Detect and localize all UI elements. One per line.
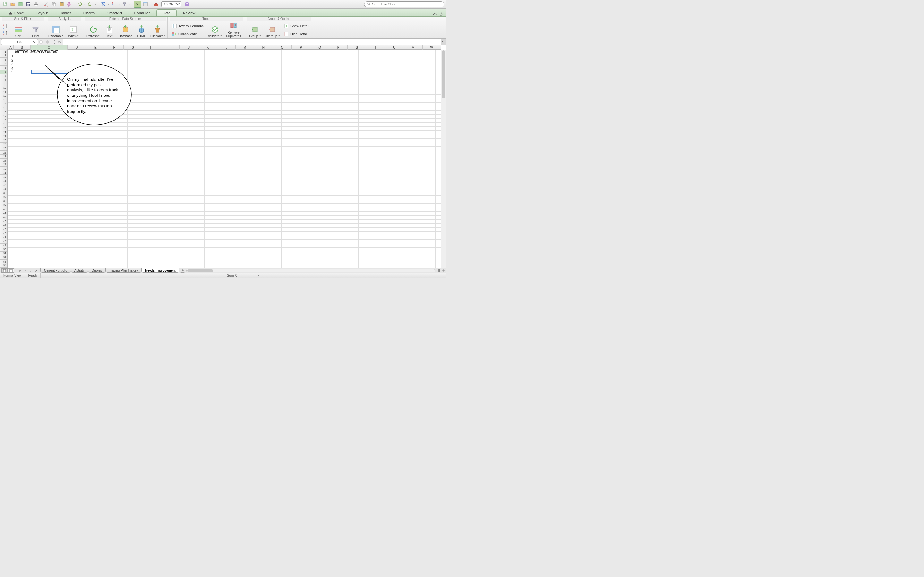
column-header-I[interactable]: I xyxy=(161,45,180,50)
copy-icon[interactable] xyxy=(50,1,58,8)
row-header-52[interactable]: 52 xyxy=(0,255,7,259)
undo-icon[interactable] xyxy=(76,1,83,8)
import-filemaker-button[interactable]: FileMaker xyxy=(150,21,166,38)
row-header-24[interactable]: 24 xyxy=(0,143,7,147)
cell-heading[interactable]: NEEDS IMPROVEMENT xyxy=(14,50,59,54)
filter-toolbar-icon[interactable] xyxy=(121,1,128,8)
column-header-O[interactable]: O xyxy=(273,45,292,50)
column-header-G[interactable]: G xyxy=(124,45,142,50)
fill-handle[interactable] xyxy=(68,73,69,74)
column-header-S[interactable]: S xyxy=(348,45,367,50)
row-header-48[interactable]: 48 xyxy=(0,239,7,243)
column-header-V[interactable]: V xyxy=(404,45,423,50)
cut-icon[interactable] xyxy=(42,1,50,8)
consolidate-button[interactable]: Consolidate xyxy=(170,30,206,38)
cell-a3[interactable]: 2 xyxy=(8,58,14,62)
text-to-columns-button[interactable]: Text to Columns xyxy=(170,22,206,30)
column-header-K[interactable]: K xyxy=(198,45,217,50)
format-painter-icon[interactable] xyxy=(65,1,73,8)
spreadsheet-area[interactable]: ABCDEFGHIJKLMNOPQRSTUVW 1234567891011121… xyxy=(0,45,446,268)
row-header-32[interactable]: 32 xyxy=(0,175,7,179)
row-header-11[interactable]: 11 xyxy=(0,90,7,94)
sort-desc-icon[interactable]: ZA xyxy=(2,30,9,37)
group-button[interactable]: Group xyxy=(247,21,263,38)
row-header-50[interactable]: 50 xyxy=(0,247,7,251)
import-html-button[interactable]: HTML xyxy=(135,21,148,38)
column-header-B[interactable]: B xyxy=(14,45,31,50)
add-sheet-button[interactable] xyxy=(180,268,185,273)
row-header-19[interactable]: 19 xyxy=(0,122,7,127)
row-header-22[interactable]: 22 xyxy=(0,134,7,139)
undo-dropdown[interactable] xyxy=(83,3,86,5)
row-header-3[interactable]: 3 xyxy=(0,58,7,62)
column-header-A[interactable]: A xyxy=(7,45,13,50)
name-box[interactable]: C6 xyxy=(1,39,38,45)
row-header-13[interactable]: 13 xyxy=(0,98,7,102)
view-equalize-icon[interactable] xyxy=(441,268,446,273)
import-database-button[interactable]: Database xyxy=(118,21,134,38)
column-header-H[interactable]: H xyxy=(142,45,161,50)
row-header-7[interactable]: 7 xyxy=(0,74,7,78)
row-header-42[interactable]: 42 xyxy=(0,215,7,219)
ungroup-button[interactable]: Ungroup xyxy=(264,21,280,38)
cell-a6[interactable]: 5 xyxy=(8,70,14,74)
sort-asc-icon[interactable]: AZ xyxy=(2,23,9,30)
row-header-35[interactable]: 35 xyxy=(0,187,7,191)
column-header-Q[interactable]: Q xyxy=(310,45,329,50)
column-header-U[interactable]: U xyxy=(385,45,404,50)
row-header-6[interactable]: 6 xyxy=(0,70,7,74)
row-header-34[interactable]: 34 xyxy=(0,183,7,187)
row-header-30[interactable]: 30 xyxy=(0,167,7,171)
row-header-1[interactable]: 1 xyxy=(0,50,7,54)
row-header-51[interactable]: 51 xyxy=(0,251,7,256)
search-input[interactable] xyxy=(372,2,441,6)
redo-icon[interactable] xyxy=(86,1,94,8)
row-header-25[interactable]: 25 xyxy=(0,147,7,151)
normal-view-icon[interactable] xyxy=(1,268,8,273)
vertical-scrollbar[interactable] xyxy=(441,50,446,268)
row-header-12[interactable]: 12 xyxy=(0,94,7,98)
row-header-4[interactable]: 4 xyxy=(0,62,7,66)
hide-detail-button[interactable]: − Hide Detail xyxy=(282,30,311,38)
page-layout-view-icon[interactable] xyxy=(8,268,14,273)
save-icon[interactable] xyxy=(24,1,32,8)
column-header-J[interactable]: J xyxy=(180,45,198,50)
row-header-15[interactable]: 15 xyxy=(0,106,7,110)
tab-home[interactable]: Home xyxy=(3,9,30,16)
column-header-E[interactable]: E xyxy=(86,45,105,50)
row-header-27[interactable]: 27 xyxy=(0,155,7,159)
tab-data[interactable]: Data xyxy=(156,9,176,16)
row-header-49[interactable]: 49 xyxy=(0,243,7,248)
show-toolbox-icon[interactable] xyxy=(142,1,149,8)
row-header-26[interactable]: 26 xyxy=(0,151,7,155)
vertical-scroll-thumb[interactable] xyxy=(442,50,445,98)
tab-layout[interactable]: Layout xyxy=(30,9,54,16)
row-header-33[interactable]: 33 xyxy=(0,179,7,183)
select-all-corner[interactable] xyxy=(0,45,7,50)
row-header-43[interactable]: 43 xyxy=(0,219,7,223)
row-header-38[interactable]: 38 xyxy=(0,199,7,203)
horizontal-scrollbar[interactable] xyxy=(186,269,435,272)
column-header-M[interactable]: M xyxy=(236,45,254,50)
paste-icon[interactable] xyxy=(58,1,65,8)
expand-formula-bar-icon[interactable] xyxy=(441,39,446,45)
fx-label[interactable]: fx xyxy=(57,40,63,44)
tab-formulas[interactable]: Formulas xyxy=(128,9,156,16)
pivottable-button[interactable]: PivotTable xyxy=(48,21,64,38)
row-header-21[interactable]: 21 xyxy=(0,131,7,135)
zoom-level[interactable]: 100% xyxy=(162,1,181,7)
print-icon[interactable] xyxy=(32,1,40,8)
row-header-16[interactable]: 16 xyxy=(0,110,7,114)
sort-button[interactable]: Sort xyxy=(10,21,26,38)
tab-charts[interactable]: Charts xyxy=(78,9,101,16)
row-header-2[interactable]: 2 xyxy=(0,54,7,58)
refresh-button[interactable]: Refresh xyxy=(86,21,102,38)
tab-nav-last-icon[interactable] xyxy=(33,268,39,273)
column-header-T[interactable]: T xyxy=(367,45,385,50)
autosum-icon[interactable] xyxy=(99,1,107,8)
row-header-14[interactable]: 14 xyxy=(0,102,7,106)
column-headers[interactable]: ABCDEFGHIJKLMNOPQRSTUVW xyxy=(0,45,441,50)
show-detail-button[interactable]: + Show Detail xyxy=(282,22,311,30)
row-header-20[interactable]: 20 xyxy=(0,126,7,131)
fx-toggle-icon[interactable]: fx xyxy=(134,1,142,8)
